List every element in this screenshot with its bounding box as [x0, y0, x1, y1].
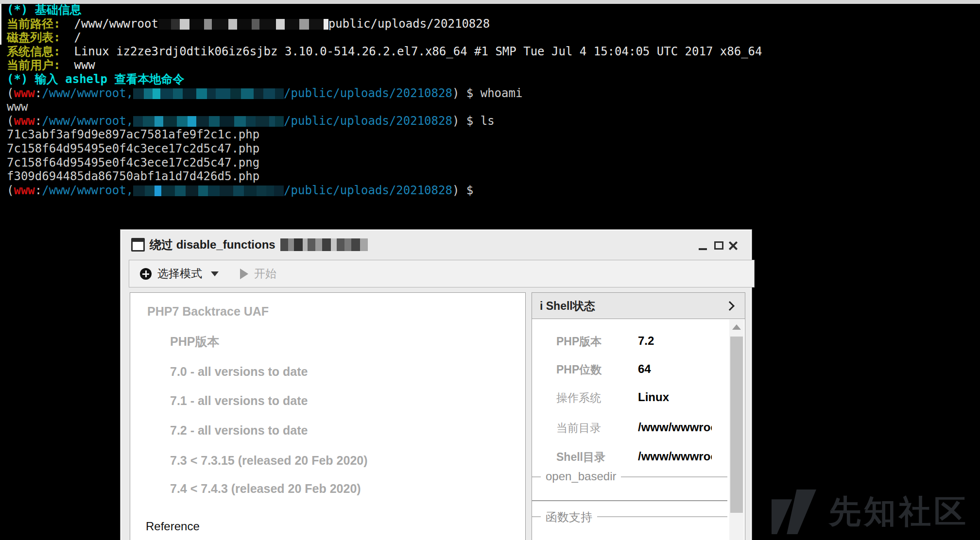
version-item: 7.0 - all versions to date: [170, 365, 308, 379]
exploit-subheading: PHP版本: [170, 334, 219, 350]
exploit-heading: PHP7 Backtrace UAF: [147, 304, 269, 319]
start-button[interactable]: 开始: [240, 266, 276, 281]
select-mode-label: 选择模式: [157, 266, 202, 281]
chevron-right-icon: [725, 301, 735, 311]
redacted-prompt-blur: [133, 186, 284, 196]
prompt-path-suffix: /public/uploads/20210828: [284, 114, 452, 128]
path-value: /www/wwwroot: [67, 17, 158, 31]
terminal-output: (*) 基础信息 当前路径: /www/wwwrootpublic/upload…: [7, 3, 969, 197]
version-item: 7.1 - all versions to date: [170, 394, 308, 408]
prompt-user: www: [14, 86, 34, 100]
redacted-prompt-blur: [133, 88, 284, 99]
minimize-icon: [699, 248, 707, 250]
minimize-button[interactable]: [697, 231, 709, 259]
prompt-close: ): [452, 86, 466, 100]
user-value: www: [67, 58, 95, 72]
status-row: Shell目录/www/wwwroot: [532, 450, 745, 464]
prompt-path: /www/wwwroot,: [42, 86, 133, 100]
prompt-path-suffix: /public/uploads/20210828: [284, 184, 452, 197]
status-row: 操作系统Linux: [532, 390, 745, 405]
system-value: Linux iz2ze3rdj0dtik06iz6sjbz 3.10.0-514…: [67, 45, 762, 58]
prompt-user: www: [14, 114, 34, 128]
section-divider: [532, 500, 727, 501]
prompt-sep: :: [35, 86, 42, 100]
redacted-prompt-blur: [133, 116, 284, 127]
terminal-line: 磁盘列表: /: [7, 31, 969, 45]
exploit-info-panel: PHP7 Backtrace UAF PHP版本 7.0 - all versi…: [130, 292, 526, 540]
close-button[interactable]: [727, 231, 739, 259]
terminal-input-line[interactable]: (www:/www/wwwroot,/public/uploads/202108…: [7, 184, 969, 198]
open-basedir-group-label: open_basedir: [541, 470, 621, 483]
prompt-paren: (: [7, 114, 14, 128]
prompt-dollar: $: [466, 114, 481, 128]
version-item: 7.2 - all versions to date: [170, 423, 308, 438]
status-row: PHP版本7.2: [532, 334, 745, 349]
terminal-line: (*) 输入 ashelp 查看本地命令: [7, 72, 969, 86]
version-item: 7.3 < 7.3.15 (released 20 Feb 2020): [170, 454, 368, 468]
prompt-dollar: $: [466, 86, 481, 100]
status-row: 当前目录/www/wwwroot: [532, 421, 745, 435]
play-icon: [240, 269, 248, 279]
reference-label: Reference: [146, 520, 200, 533]
shell-status-title: i Shell状态: [540, 300, 595, 312]
prompt-paren: (: [7, 86, 14, 100]
path-label: 当前路径:: [7, 17, 67, 31]
terminal-line: www: [7, 100, 969, 114]
dialog-title: 绕过 disable_functions: [150, 237, 275, 253]
path-value-suffix: public/uploads/20210828: [328, 17, 490, 31]
info-header: (*) 基础信息: [7, 3, 82, 17]
dialog-toolbar: 选择模式 开始: [129, 260, 755, 287]
xianzhi-watermark: 先知社区: [772, 489, 969, 534]
window-icon: [131, 238, 145, 252]
scrollbar-thumb[interactable]: [730, 337, 743, 513]
dialog-titlebar[interactable]: 绕过 disable_functions: [121, 231, 751, 259]
maximize-button[interactable]: [712, 231, 725, 259]
help-suffix: 查看本地命令: [107, 72, 184, 86]
prompt-close: ): [452, 114, 466, 128]
chevron-down-icon: [211, 271, 219, 276]
bypass-disable-functions-dialog: 绕过 disable_functions 选择模式 开始 PHP7 Backtr…: [120, 230, 752, 540]
shell-status-header[interactable]: i Shell状态: [532, 293, 745, 319]
shell-status-panel: i Shell状态 PHP版本7.2 PHP位数64 操作系统Linux 当前目…: [532, 292, 745, 540]
prompt-close: ): [452, 184, 466, 197]
prompt-path: /www/wwwroot,: [42, 184, 133, 197]
plus-circle-icon: [140, 268, 152, 280]
help-command: ashelp: [65, 72, 107, 86]
command-whoami: whoami: [481, 86, 523, 100]
prompt-dollar: $: [466, 184, 481, 197]
redacted-path-blur: [158, 19, 328, 30]
terminal-line: 当前路径: /www/wwwrootpublic/uploads/2021082…: [7, 17, 969, 31]
terminal-prompt-line: (www:/www/wwwroot,/public/uploads/202108…: [7, 86, 969, 101]
terminal-line: 系统信息: Linux iz2ze3rdj0dtik06iz6sjbz 3.10…: [7, 45, 969, 59]
user-label: 当前用户:: [7, 58, 67, 72]
watermark-text: 先知社区: [829, 490, 969, 534]
prompt-user: www: [14, 184, 34, 197]
file-list-item: f309d694485da86750abf1a1d7d426d5.php: [7, 169, 969, 184]
command-output: www: [7, 100, 28, 114]
prompt-paren: (: [7, 184, 14, 197]
status-row: PHP位数64: [532, 362, 745, 377]
prompt-sep: :: [35, 184, 42, 197]
select-mode-button[interactable]: 选择模式: [140, 266, 219, 281]
xianzhi-logo-icon: [772, 489, 816, 534]
command-ls: ls: [481, 114, 495, 128]
function-support-group-label: 函数支持: [541, 509, 597, 525]
terminal-prompt-line: (www:/www/wwwroot,/public/uploads/202108…: [7, 114, 969, 128]
start-label: 开始: [254, 266, 276, 281]
terminal-line: (*) 基础信息: [7, 3, 969, 17]
screen: { "terminal": { "info_header": "(*) 基础信息…: [0, 0, 980, 540]
file-list-item: 7c158f64d95495e0f4c3ece17c2d5c47.php: [7, 142, 969, 156]
disk-value: /: [67, 31, 81, 44]
maximize-icon: [714, 241, 723, 250]
version-item: 7.4 < 7.4.3 (released 20 Feb 2020): [170, 482, 361, 496]
prompt-sep: :: [35, 114, 42, 128]
system-label: 系统信息:: [7, 45, 67, 59]
file-list-item: 7c158f64d95495e0f4c3ece17c2d5c47.png: [7, 156, 969, 170]
prompt-path-suffix: /public/uploads/20210828: [284, 86, 452, 100]
terminal-line: 当前用户: www: [7, 58, 969, 72]
scroll-up-icon[interactable]: [732, 324, 741, 330]
left-window-edge: [0, 4, 1, 45]
help-prefix: (*) 输入: [7, 72, 65, 86]
scrollbar[interactable]: [729, 320, 744, 540]
redacted-title-blur: [280, 238, 368, 251]
